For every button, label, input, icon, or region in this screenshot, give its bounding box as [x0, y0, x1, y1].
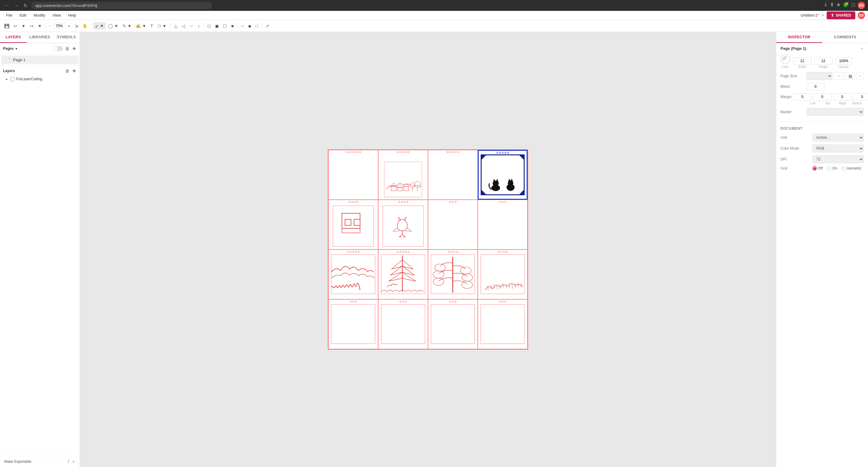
export-to-button[interactable]: ⤴ — [67, 459, 70, 465]
color-mode-select[interactable]: RGB — [812, 144, 864, 152]
align-top-button[interactable]: △ — [172, 22, 179, 30]
delete-layer-button[interactable]: 🗑 — [65, 68, 70, 74]
art-cell-16[interactable] — [478, 299, 528, 349]
art-cell-5[interactable] — [329, 200, 378, 249]
canvas-area[interactable] — [80, 32, 776, 467]
section-collapse[interactable]: ▼ — [861, 47, 864, 51]
boolean-union-button[interactable]: ○ — [239, 22, 245, 30]
tab-symbols[interactable]: SYMBOLS — [53, 32, 80, 43]
boolean-diff-button[interactable]: ◆ — [246, 22, 253, 30]
fit-button[interactable]: ⇲ — [73, 22, 80, 30]
opacity-input[interactable] — [835, 57, 852, 65]
url-bar[interactable] — [31, 2, 212, 9]
tab-comments[interactable]: COMMENTS — [822, 32, 868, 43]
art-cell-10[interactable] — [378, 249, 428, 299]
share-icon[interactable]: ⬆ — [830, 2, 834, 9]
add-page-button[interactable]: ✚ — [72, 45, 77, 52]
art-cell-4-selected[interactable] — [478, 150, 528, 200]
grid-isometric-option[interactable]: Isometric — [841, 166, 862, 170]
delete-page-button[interactable]: 🗑 — [65, 45, 70, 52]
grid-on-radio[interactable] — [827, 166, 831, 170]
align-left-button[interactable]: ◁ — [180, 22, 187, 30]
pages-label[interactable]: Pages ▼ — [3, 46, 18, 51]
zoom-plus-button[interactable]: + — [66, 22, 72, 30]
hand-tool-button[interactable]: ✋ — [81, 22, 89, 30]
puzzle-icon[interactable]: 🧩 — [843, 2, 849, 9]
art-cell-15[interactable] — [428, 299, 478, 349]
margin-top-input[interactable] — [813, 93, 832, 100]
tab-libraries[interactable]: LIBRARIES — [27, 32, 53, 43]
unit-select[interactable]: Inches — [812, 134, 864, 141]
art-cell-12[interactable] — [478, 249, 528, 299]
save-button[interactable]: 💾 — [2, 22, 11, 30]
art-cell-1[interactable] — [329, 150, 378, 200]
grid-isometric-radio[interactable] — [841, 166, 846, 170]
nav-refresh-button[interactable]: ↻ — [22, 1, 29, 10]
grid-off-radio[interactable] — [812, 166, 817, 170]
art-cell-11[interactable] — [428, 249, 478, 299]
grid-off-option[interactable]: Off — [812, 166, 823, 170]
export-button[interactable]: ↗ — [264, 22, 271, 30]
ellipse-tool-button[interactable]: ◯ ▼ — [106, 22, 120, 30]
download-icon[interactable]: ⇓ — [824, 2, 828, 9]
art-cell-2[interactable] — [378, 150, 428, 200]
art-cell-7[interactable] — [428, 200, 478, 249]
text-tool-button[interactable]: T — [149, 22, 155, 30]
menu-view[interactable]: View — [50, 12, 64, 19]
menu-help[interactable]: Help — [65, 12, 80, 19]
undo-dropdown[interactable]: ▼ — [20, 22, 28, 30]
flip-v-button[interactable]: ↕ — [196, 22, 202, 30]
layer-item[interactable]: ► ForLaserCutting — [3, 76, 77, 82]
dpi-select[interactable]: 72 — [812, 155, 864, 163]
page-item[interactable]: 📄 Page 1 — [1, 56, 79, 64]
page-landscape-button[interactable]: ▫ — [857, 72, 864, 80]
undo-button[interactable]: ↩ — [12, 22, 19, 30]
art-cell-6[interactable] — [378, 200, 428, 249]
group-button[interactable]: ☐ — [221, 22, 229, 30]
art-cell-14[interactable] — [378, 299, 428, 349]
art-cell-9[interactable] — [329, 249, 378, 299]
page-size-select[interactable] — [806, 72, 832, 80]
art-cell-3[interactable] — [428, 150, 478, 200]
width-input[interactable] — [793, 57, 811, 65]
art-grid[interactable] — [328, 149, 528, 349]
add-export-button[interactable]: + — [72, 459, 75, 465]
margin-left-input[interactable] — [794, 93, 812, 100]
zoom-minus-button[interactable]: - — [48, 22, 53, 30]
page-orientation-button[interactable]: ↔ — [834, 72, 844, 80]
menu-edit[interactable]: Edit — [17, 12, 29, 19]
art-cell-13[interactable] — [329, 299, 378, 349]
tab-layers[interactable]: LAYERS — [0, 32, 27, 43]
doc-close-button[interactable]: ✕ — [821, 13, 824, 18]
canvas-scroll[interactable] — [80, 32, 776, 467]
master-select[interactable] — [806, 108, 864, 116]
star-icon[interactable]: ★ — [836, 2, 840, 9]
color-picker[interactable] — [780, 54, 790, 64]
break-apart-button[interactable]: ◼ — [213, 22, 221, 30]
redo-dropdown[interactable]: ▼ — [36, 22, 44, 30]
nav-forward-button[interactable]: → — [13, 1, 20, 9]
ungroup-button[interactable]: ■ — [229, 22, 236, 30]
user-avatar-app[interactable]: ER — [858, 12, 865, 19]
pencil-tool-button[interactable]: ✍ ▼ — [134, 22, 148, 30]
select-tool-button[interactable]: ↙ ▼ — [93, 22, 106, 30]
bleed-input[interactable] — [806, 83, 825, 90]
zoom-input[interactable] — [53, 23, 65, 29]
art-cell-8[interactable] — [478, 200, 528, 249]
nav-back-button[interactable]: ← — [3, 1, 10, 9]
image-tool-button[interactable]: ⚆ ▼ — [155, 22, 168, 30]
tab-inspector[interactable]: INSPECTOR — [776, 32, 822, 43]
artboard-button[interactable]: □ — [254, 22, 260, 30]
redo-button[interactable]: ↪ — [28, 22, 35, 30]
grid-on-option[interactable]: On — [827, 166, 837, 170]
margin-bottom-input[interactable] — [853, 93, 868, 100]
margin-right-input[interactable] — [833, 93, 851, 100]
node-tool-button[interactable]: ◻ — [206, 22, 213, 30]
pages-toggle[interactable] — [53, 46, 63, 51]
menu-modify[interactable]: Modify — [30, 12, 48, 19]
add-layer-button[interactable]: ✚ — [72, 68, 77, 74]
pen-tool-button[interactable]: ✎ ▼ — [121, 22, 133, 30]
menu-file[interactable]: File — [3, 12, 16, 19]
flip-h-button[interactable]: ↔ — [187, 22, 195, 30]
shared-button[interactable]: ⬆ SHARED — [827, 11, 855, 19]
